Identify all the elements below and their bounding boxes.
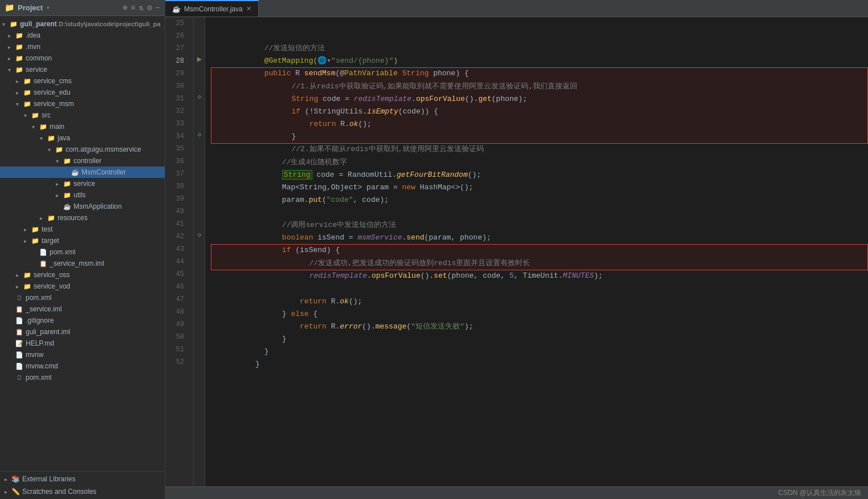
- com-atguigu-label: com.atguigu.msmservice: [66, 145, 141, 153]
- tree-item-test[interactable]: 📁 test: [0, 224, 165, 235]
- arrow-java: [40, 135, 46, 141]
- tree-item-guli-iml[interactable]: 📋 guli_parent.iml: [0, 326, 165, 338]
- sort-icon[interactable]: ⇅: [139, 3, 144, 13]
- tree-item-root-pom[interactable]: 🗋 pom.xml: [0, 372, 165, 383]
- tree-item-msm-application[interactable]: ☕ MsmApplication: [0, 201, 165, 212]
- code-line-38: param.put("code", code);: [211, 181, 868, 194]
- code-line-30: String code = redisTemplate.opsForValue(…: [211, 80, 867, 93]
- pom-xml-label: pom.xml: [26, 294, 51, 302]
- tree-item-mvn[interactable]: 📁 .mvn: [0, 41, 165, 52]
- tab-label: MsmController.java: [184, 5, 243, 13]
- code-line-32: return R.ok();: [211, 106, 867, 118]
- tree-item-controller[interactable]: 📁 controller: [0, 155, 165, 167]
- tree-item-msm-controller[interactable]: ☕ MsmController: [0, 167, 165, 178]
- tree-item-pom-msm[interactable]: 📄 pom.xml: [0, 246, 165, 258]
- arrow-idea: [8, 33, 14, 39]
- ln-38: 38: [165, 180, 189, 193]
- ln-48: 48: [165, 306, 189, 318]
- tree-item-service-oss[interactable]: 📁 service_oss: [0, 269, 165, 281]
- arrow-mvn: [8, 44, 14, 50]
- resources-label: resources: [58, 214, 88, 222]
- idea-folder-icon: 📁: [15, 31, 24, 40]
- line-numbers: 25 26 27 28 29 30 31 32 33 34 35 36 37 3…: [165, 17, 194, 486]
- service-label: service: [26, 66, 47, 74]
- guli-iml-icon: 📋: [15, 327, 24, 336]
- gutter-marker-34: ◇: [195, 130, 203, 138]
- code-line-51: }: [211, 346, 868, 358]
- scope-icon[interactable]: ⊕: [123, 3, 127, 13]
- gitignore-label: .gitignore: [26, 317, 54, 324]
- tree-item-service-cms[interactable]: 📁 service_cms: [0, 75, 165, 87]
- project-title[interactable]: Project: [18, 3, 43, 12]
- src-icon: 📁: [31, 111, 40, 120]
- settings-icon[interactable]: ⚙: [147, 3, 152, 13]
- service-cms-label: service_cms: [34, 77, 72, 85]
- ln-47: 47: [165, 293, 189, 306]
- code-line-40: //调用service中发送短信的方法: [211, 206, 868, 219]
- src-label: src: [42, 111, 51, 119]
- ext-libs-label: External Libraries: [22, 475, 75, 483]
- tab-msm-controller[interactable]: ☕ MsmController.java ✕: [165, 0, 259, 17]
- ln-26: 26: [165, 30, 189, 42]
- tree-item-pom-xml[interactable]: 🗋 pom.xml: [0, 292, 165, 303]
- target-folder-icon: 📁: [31, 236, 40, 245]
- service-iml-label: _service.iml: [26, 305, 62, 313]
- controller-label: controller: [74, 157, 101, 165]
- tree-item-main[interactable]: 📁 main: [0, 121, 165, 132]
- tab-close-button[interactable]: ✕: [246, 5, 251, 13]
- tree-icon[interactable]: ≡: [131, 3, 135, 13]
- tree-item-target[interactable]: 📁 target: [0, 235, 165, 246]
- root-pom-icon: 🗋: [15, 373, 24, 382]
- file-tree: 📁 guli_parent D:\study\java\code\project…: [0, 16, 165, 471]
- tree-item-service-sub[interactable]: 📁 service: [0, 178, 165, 189]
- ln-43: 43: [165, 243, 189, 255]
- code-content[interactable]: //发送短信的方法 @GetMapping(🌐▾"send/{phone}") …: [205, 17, 868, 486]
- code-line-46: return R.ok();: [211, 283, 868, 295]
- code-line-45: [211, 270, 868, 283]
- tree-item-mvnw[interactable]: 📄 mvnw: [0, 349, 165, 360]
- tree-item-service-msm-iml[interactable]: 📋 _service_msm.iml: [0, 258, 165, 269]
- tree-item-service-vod[interactable]: 📁 service_vod: [0, 281, 165, 292]
- arrow-scratches: [5, 489, 10, 495]
- tree-item-src[interactable]: 📁 src: [0, 109, 165, 121]
- service-msm-icon: 📁: [23, 99, 32, 108]
- tree-item-service-msm[interactable]: 📁 service_msm: [0, 98, 165, 109]
- code-line-42: if (isSend) {: [211, 232, 868, 244]
- status-text: CSDN @认真生活的灰太狼: [778, 488, 861, 498]
- ln-40: 40: [165, 205, 189, 218]
- tree-item-mvnw-cmd[interactable]: 📄 mvnw.cmd: [0, 360, 165, 372]
- tree-item-service-iml[interactable]: 📋 _service.iml: [0, 303, 165, 315]
- tree-item-utils[interactable]: 📁 utils: [0, 189, 165, 201]
- msm-controller-java-icon: ☕: [71, 168, 80, 177]
- minimize-icon[interactable]: −: [156, 3, 160, 13]
- tree-item-service-edu[interactable]: 📁 service_edu: [0, 87, 165, 98]
- root-folder-icon: 📁: [9, 19, 18, 29]
- scratches-label: Scratches and Consoles: [22, 488, 96, 496]
- code-line-43: //发送成功,把发送成功的验证码放到redis里面并且设置有效时长: [211, 245, 867, 257]
- tree-item-idea[interactable]: 📁 .idea: [0, 30, 165, 41]
- arrow-utils: [56, 192, 62, 198]
- tree-item-common[interactable]: 📁 common: [0, 52, 165, 64]
- external-libraries-item[interactable]: 📚 External Libraries: [0, 473, 165, 485]
- status-bar: CSDN @认真生活的灰太狼: [165, 486, 868, 499]
- arrow-service-sub: [56, 181, 62, 187]
- gutter: ▶ ◇ ◇ ◇: [194, 17, 205, 486]
- tree-item-help[interactable]: 📝 HELP.md: [0, 338, 165, 349]
- tree-item-resources[interactable]: 📁 resources: [0, 212, 165, 224]
- tab-bar: ☕ MsmController.java ✕: [165, 0, 868, 17]
- scratches-consoles-item[interactable]: ✏️ Scratches and Consoles: [0, 485, 165, 498]
- code-line-25: [211, 17, 868, 30]
- code-line-41: boolean isSend = msmService.send(param, …: [211, 219, 868, 232]
- tree-item-java[interactable]: 📁 java: [0, 132, 165, 144]
- tree-item-service[interactable]: 📁 service: [0, 64, 165, 75]
- pom-xml-icon: 🗋: [15, 293, 24, 302]
- arrow-common: [8, 55, 14, 62]
- tree-root[interactable]: 📁 guli_parent D:\study\java\code\project…: [0, 18, 165, 30]
- utils-icon: 📁: [63, 190, 72, 200]
- service-folder-icon: 📁: [15, 65, 24, 74]
- arrow-service-edu: [16, 90, 22, 96]
- tree-item-com-atguigu[interactable]: 📁 com.atguigu.msmservice: [0, 144, 165, 155]
- common-label: common: [26, 54, 52, 62]
- msm-controller-label: MsmController: [81, 168, 126, 176]
- tree-item-gitignore[interactable]: 📄 .gitignore: [0, 315, 165, 326]
